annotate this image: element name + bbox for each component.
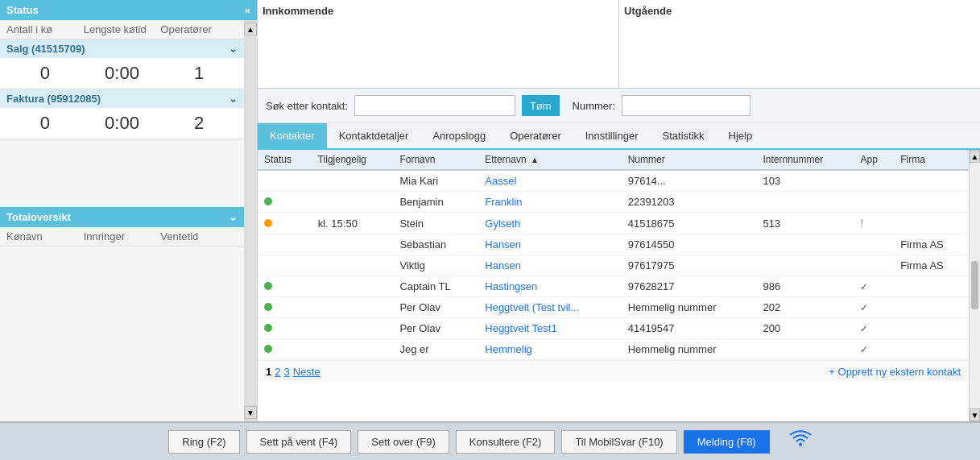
internnummer-cell: 200 — [757, 318, 854, 339]
page-3[interactable]: 3 — [283, 366, 289, 378]
melding-button[interactable]: Melding (F8) — [684, 430, 770, 454]
col-fornavn[interactable]: Fornavn — [393, 150, 478, 170]
create-contact-link[interactable]: + Opprett ny ekstern kontakt — [829, 366, 961, 378]
tabs-bar: Kontakter Kontaktdetaljer Anropslogg Ope… — [258, 123, 980, 150]
firma-cell: Firma AS — [894, 234, 969, 255]
col-app: App — [854, 150, 894, 170]
innkommende-panel: Innkommende — [258, 0, 619, 88]
internnummer-cell: 103 — [757, 170, 854, 192]
table-row[interactable]: Jeg er Hemmelig Hemmelig nummer ✓ — [258, 339, 969, 360]
internnummer-cell: 986 — [757, 276, 854, 297]
chevron-down-icon[interactable]: ⌄ — [229, 211, 238, 223]
app-cell — [854, 255, 894, 276]
status-dot-green — [264, 303, 272, 311]
chevron-down-icon[interactable]: ⌄ — [229, 43, 238, 55]
tab-kontakter[interactable]: Kontakter — [258, 123, 327, 148]
nummer-cell: 41419547 — [622, 318, 757, 339]
firma-cell — [894, 339, 969, 360]
contact-table-wrapper: Status Tilgjengelig Fornavn Etternavn ▲ … — [258, 150, 969, 421]
konsultere-button[interactable]: Konsultere (F2) — [456, 430, 556, 454]
firma-cell — [894, 276, 969, 297]
page-links: 1 2 3 Neste — [266, 366, 320, 378]
fornavn-cell: Per Olav — [393, 297, 478, 318]
app-cell: ! — [854, 213, 894, 234]
tab-innstillinger[interactable]: Innstillinger — [573, 123, 651, 148]
queue-salg-title[interactable]: Salg (41515709) ⌄ — [0, 39, 244, 58]
page-2[interactable]: 2 — [275, 366, 280, 378]
table-row[interactable]: Captain TL Hastingsen 97628217 986 ✓ — [258, 276, 969, 297]
tab-anropslogg[interactable]: Anropslogg — [420, 123, 498, 148]
col-firma: Firma — [894, 150, 969, 170]
queue-faktura: Faktura (95912085) ⌄ 0 0:00 2 — [0, 89, 244, 139]
table-row[interactable]: Sebastian Hansen 97614550 Firma AS — [258, 234, 969, 255]
nummer-input[interactable] — [622, 95, 751, 116]
til-mobilsvar-button[interactable]: Til MobilSvar (F10) — [561, 430, 676, 454]
nummer-cell: Hemmelig nummer — [622, 339, 757, 360]
status-dot-orange — [264, 219, 272, 227]
tab-kontaktdetaljer[interactable]: Kontaktdetaljer — [327, 123, 421, 148]
tab-statistikk[interactable]: Statistikk — [651, 123, 717, 148]
tilgjengelig-cell — [312, 276, 394, 297]
search-input[interactable] — [354, 95, 515, 116]
etternavn-cell: Aassel — [478, 170, 621, 192]
tom-button[interactable]: Tøm — [522, 95, 560, 116]
scroll-top-arrow[interactable]: ▲ — [970, 150, 980, 163]
app-cell: ✓ — [854, 318, 894, 339]
check-icon: ✓ — [860, 344, 868, 355]
table-row[interactable]: Per Olav Heggtveit Test1 41419547 200 ✓ — [258, 318, 969, 339]
nummer-cell: 97614550 — [622, 234, 757, 255]
exclaim-icon: ! — [860, 217, 863, 230]
bottom-bar: Ring (F2) Sett på vent (F4) Sett over (F… — [0, 421, 980, 460]
app-cell: ✓ — [854, 276, 894, 297]
scroll-bottom-arrow[interactable]: ▼ — [970, 408, 980, 421]
tab-hjelp[interactable]: Hjelp — [717, 123, 765, 148]
scroll-down-arrow[interactable]: ▼ — [244, 406, 257, 419]
fornavn-cell: Stein — [393, 213, 478, 234]
tilgjengelig-cell — [312, 170, 394, 192]
chevron-down-icon[interactable]: ⌄ — [229, 93, 238, 105]
sett-over-button[interactable]: Sett over (F9) — [358, 430, 449, 454]
ring-button[interactable]: Ring (F2) — [168, 430, 239, 454]
right-scrollbar[interactable]: ▲ ▼ — [969, 150, 980, 421]
fornavn-cell: Sebastian — [393, 234, 478, 255]
sett-pa-vent-button[interactable]: Sett på vent (F4) — [246, 430, 352, 454]
pagination: 1 2 3 Neste + Opprett ny ekstern kontakt — [258, 360, 969, 383]
scroll-up-arrow[interactable]: ▲ — [244, 23, 257, 35]
table-row[interactable]: Viktig Hansen 97617975 Firma AS — [258, 255, 969, 276]
internnummer-cell — [757, 234, 854, 255]
page-next[interactable]: Neste — [293, 366, 320, 378]
table-row[interactable]: Benjamin Franklin 22391203 — [258, 192, 969, 213]
tilgjengelig-cell — [312, 192, 394, 213]
status-dot-green — [264, 282, 272, 290]
wifi-icon — [789, 429, 812, 454]
etternavn-cell: Heggtveit (Test tvil... — [478, 297, 621, 318]
page-1[interactable]: 1 — [266, 366, 271, 378]
total-section: Totaloversikt ⌄ Kønavn Innringer Venteti… — [0, 207, 244, 247]
left-scrollbar[interactable]: ▲ ▼ — [244, 20, 257, 421]
status-cell — [258, 213, 312, 234]
status-dot-green — [264, 345, 272, 353]
table-row[interactable]: Mia Kari Aassel 97614... 103 — [258, 170, 969, 192]
nummer-cell: 97617975 — [622, 255, 757, 276]
queue-faktura-title[interactable]: Faktura (95912085) ⌄ — [0, 89, 244, 108]
chevron-left-icon[interactable]: « — [245, 4, 250, 16]
status-cell — [258, 276, 312, 297]
utgaende-title: Utgående — [624, 5, 975, 17]
scroll-track[interactable] — [970, 163, 980, 408]
svg-point-0 — [799, 443, 802, 446]
status-cell — [258, 339, 312, 360]
status-cell — [258, 192, 312, 213]
app-cell — [854, 192, 894, 213]
nummer-cell: Hemmelig nummer — [622, 297, 757, 318]
status-cell — [258, 297, 312, 318]
total-header: Totaloversikt ⌄ — [0, 207, 244, 227]
col-etternavn[interactable]: Etternavn ▲ — [478, 150, 621, 170]
status-cell — [258, 318, 312, 339]
scroll-thumb[interactable] — [971, 261, 978, 309]
table-row[interactable]: Per Olav Heggtveit (Test tvil... Hemmeli… — [258, 297, 969, 318]
tab-operatorer[interactable]: Operatører — [498, 123, 573, 148]
internnummer-cell — [757, 339, 854, 360]
table-row[interactable]: kl. 15:50 Stein Gylseth 41518675 513 ! — [258, 213, 969, 234]
col-status: Status — [258, 150, 312, 170]
tilgjengelig-cell — [312, 339, 394, 360]
